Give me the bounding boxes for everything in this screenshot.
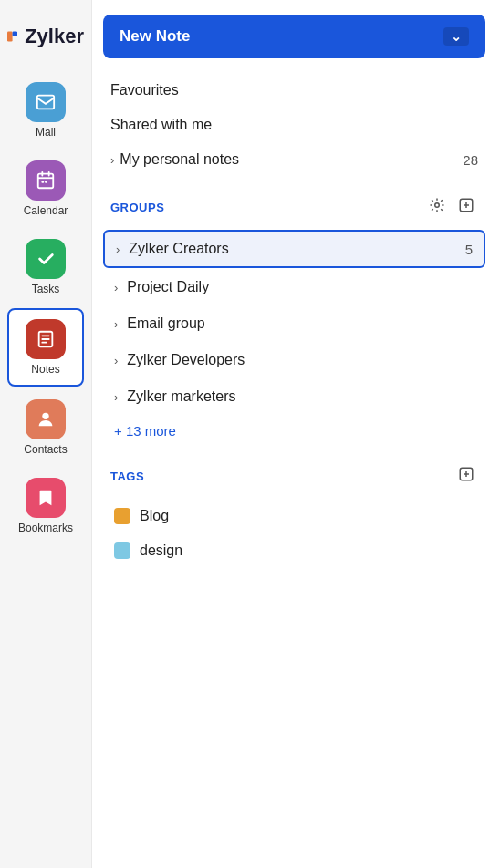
mail-icon [26,82,66,122]
group-label: Zylker Creators [129,241,228,257]
group-item-left: › Zylker marketers [114,388,235,405]
zylker-logo-icon [7,20,17,53]
app-name: Zylker [25,25,84,48]
bookmarks-label: Bookmarks [18,522,73,534]
icon-sidebar: Zylker Mail Calendar [0,0,91,868]
contacts-label: Contacts [24,443,67,456]
svg-rect-2 [37,96,54,109]
group-arrow-icon: › [114,390,118,404]
tag-color-design [114,542,130,559]
group-label: Zylker Developers [127,352,245,368]
groups-actions [425,195,478,219]
mail-label: Mail [36,126,56,139]
svg-point-8 [435,203,440,208]
group-item-project-daily[interactable]: › Project Daily [103,270,485,305]
separator-1 [103,177,485,188]
group-item-email-group[interactable]: › Email group [103,306,485,341]
svg-point-7 [42,413,48,419]
group-item-left: › Zylker Developers [114,352,245,368]
sidebar-item-contacts[interactable]: Contacts [7,390,84,465]
personal-notes-left: › My personal notes [110,151,239,168]
calendar-label: Calendar [24,204,68,217]
groups-add-icon[interactable] [454,195,478,219]
group-label: Zylker marketers [127,388,235,405]
main-panel: New Note ⌄ Favourites Shared with me › M… [91,0,500,868]
shared-with-me-item[interactable]: Shared with me [103,108,485,142]
personal-notes-arrow: › [110,153,114,167]
svg-rect-1 [13,31,18,36]
svg-rect-5 [45,181,47,183]
sidebar-item-calendar[interactable]: Calendar [7,151,84,226]
contacts-icon [26,399,66,439]
sidebar-item-notes[interactable]: Notes [7,308,84,387]
new-note-chevron[interactable]: ⌄ [443,27,469,46]
group-item-left: › Zylker Creators [116,241,229,257]
logo-area: Zylker [0,11,91,71]
favourites-item[interactable]: Favourites [103,73,485,108]
group-item-zylker-developers[interactable]: › Zylker Developers [103,343,485,377]
personal-notes-item[interactable]: › My personal notes 28 [103,142,485,177]
tags-section-header: TAGS [103,457,485,495]
group-label: Email group [127,315,204,332]
group-item-left: › Email group [114,315,205,332]
personal-notes-label: My personal notes [120,151,239,168]
tag-item-design[interactable]: design [103,533,485,568]
group-arrow-icon: › [114,354,118,367]
group-arrow-icon: › [114,317,118,331]
group-item-zylker-marketers[interactable]: › Zylker marketers [103,379,485,414]
tag-color-blog [114,508,130,524]
groups-settings-icon[interactable] [425,195,449,219]
tag-label-blog: Blog [140,508,169,524]
group-count: 5 [465,242,473,257]
group-item-left: › Project Daily [114,279,209,295]
group-label: Project Daily [127,279,209,295]
tasks-icon [26,239,66,279]
svg-rect-0 [7,31,13,41]
groups-title: GROUPS [110,201,164,214]
tags-add-icon[interactable] [454,464,478,488]
calendar-icon [26,160,66,201]
tag-item-blog[interactable]: Blog [103,499,485,533]
group-arrow-icon: › [114,281,118,294]
separator-2 [103,446,485,457]
groups-section-header: GROUPS [103,188,485,226]
notes-label: Notes [31,363,59,376]
sidebar-item-tasks[interactable]: Tasks [7,230,84,305]
tasks-label: Tasks [32,283,60,295]
bookmarks-icon [26,478,66,518]
new-note-button[interactable]: New Note ⌄ [103,15,485,58]
tag-label-design: design [140,542,182,559]
groups-more-link[interactable]: + 13 more [103,416,485,446]
notes-icon [26,319,66,359]
sidebar-item-bookmarks[interactable]: Bookmarks [7,469,84,543]
group-item-zylker-creators[interactable]: › Zylker Creators 5 [103,230,485,268]
tags-title: TAGS [110,470,144,483]
new-note-label: New Note [120,27,190,46]
group-arrow-icon: › [116,243,120,256]
personal-notes-count: 28 [463,152,478,168]
sidebar-item-mail[interactable]: Mail [7,73,84,148]
svg-rect-4 [41,181,44,183]
